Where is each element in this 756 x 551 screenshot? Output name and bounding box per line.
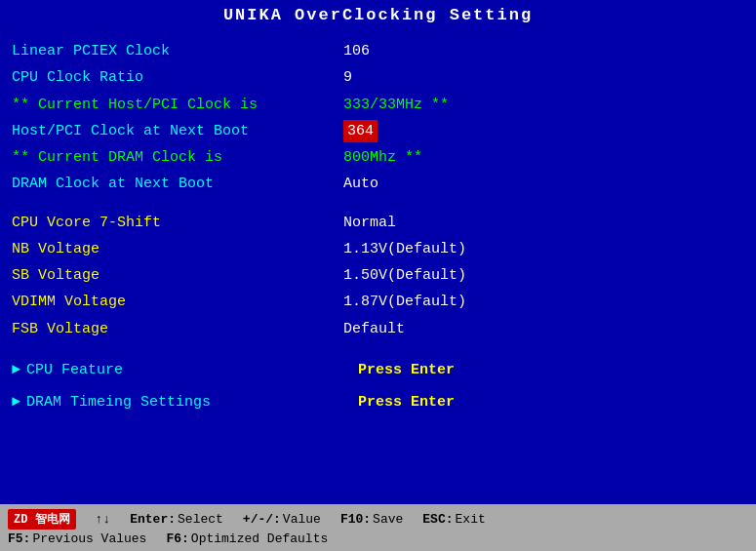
cpu-vcore-shift-label: CPU Vcore 7-Shift [12, 212, 343, 234]
footer-f5-key: F5: [8, 531, 30, 546]
spacer-1 [12, 198, 744, 210]
fsb-voltage-value: Default [343, 318, 405, 340]
host-pci-next-boot-label: Host/PCI Clock at Next Boot [12, 120, 343, 142]
logo-text: ZD 智电网 [8, 509, 76, 530]
vdimm-voltage-row[interactable]: VDIMM Voltage 1.87V(Default) [12, 289, 744, 315]
cpu-feature-link[interactable]: ► CPU Feature Press Enter [12, 354, 744, 386]
cpu-feature-label: CPU Feature [26, 357, 358, 383]
footer-f10-desc: Save [373, 512, 403, 527]
current-dram-info-label: ** Current DRAM Clock is [12, 146, 343, 169]
footer-f5-hint: F5: Previous Values [8, 531, 146, 546]
footer-row-1: ZD 智电网 ↑↓ Enter: Select +/-/: Value F10:… [8, 509, 748, 530]
footer-logo: ZD 智电网 [8, 509, 76, 530]
footer-f6-hint: F6: Optimized Defaults [166, 531, 328, 546]
dram-timeing-value: Press Enter [358, 389, 455, 415]
cpu-feature-value: Press Enter [358, 357, 455, 383]
sb-voltage-row[interactable]: SB Voltage 1.50V(Default) [12, 262, 744, 289]
host-pci-next-boot-value: 364 [343, 120, 378, 142]
footer-value-hint: +/-/: Value [243, 512, 321, 527]
spacer-2 [12, 342, 744, 354]
linear-pciex-clock-row[interactable]: Linear PCIEX Clock 106 [12, 38, 744, 64]
main-content: Linear PCIEX Clock 106 CPU Clock Ratio 9… [0, 30, 756, 504]
linear-pciex-clock-value: 106 [343, 40, 370, 62]
current-dram-info-value: 800Mhz ** [343, 146, 422, 169]
footer-enter-key: Enter: [130, 512, 176, 527]
footer-value-key: +/-/: [243, 512, 281, 527]
cpu-vcore-shift-value: Normal [343, 212, 396, 234]
nb-voltage-row[interactable]: NB Voltage 1.13V(Default) [12, 236, 744, 262]
footer-f10-hint: F10: Save [340, 512, 403, 527]
current-host-pci-info-label: ** Current Host/PCI Clock is [12, 94, 343, 116]
cpu-feature-arrow: ► [12, 357, 20, 383]
footer-nav-hint: ↑↓ [96, 512, 111, 527]
sb-voltage-label: SB Voltage [12, 264, 343, 287]
title-bar: UNIKA OverClocking Setting [0, 0, 756, 30]
dram-timeing-arrow: ► [12, 389, 20, 415]
fsb-voltage-label: FSB Voltage [12, 318, 343, 340]
title-text: UNIKA OverClocking Setting [223, 6, 533, 24]
current-host-pci-info-value: 333/33MHz ** [343, 94, 449, 116]
footer-value-desc: Value [283, 512, 321, 527]
footer: ZD 智电网 ↑↓ Enter: Select +/-/: Value F10:… [0, 504, 756, 551]
footer-esc-desc: Exit [456, 512, 486, 527]
dram-clock-next-boot-row[interactable]: DRAM Clock at Next Boot Auto [12, 171, 744, 197]
linear-pciex-clock-label: Linear PCIEX Clock [12, 40, 343, 62]
footer-f10-key: F10: [340, 512, 371, 527]
current-host-pci-info-row: ** Current Host/PCI Clock is 333/33MHz *… [12, 92, 744, 118]
dram-timeing-label: DRAM Timeing Settings [26, 389, 358, 415]
current-dram-info-row: ** Current DRAM Clock is 800Mhz ** [12, 144, 744, 171]
host-pci-next-boot-row[interactable]: Host/PCI Clock at Next Boot 364 [12, 118, 744, 144]
bios-screen: UNIKA OverClocking Setting Linear PCIEX … [0, 0, 756, 551]
footer-esc-key: ESC: [422, 512, 453, 527]
cpu-clock-ratio-row[interactable]: CPU Clock Ratio 9 [12, 64, 744, 91]
vdimm-voltage-label: VDIMM Voltage [12, 291, 343, 313]
dram-timeing-link[interactable]: ► DRAM Timeing Settings Press Enter [12, 386, 744, 418]
footer-enter-desc: Select [178, 512, 223, 527]
fsb-voltage-row[interactable]: FSB Voltage Default [12, 316, 744, 342]
cpu-clock-ratio-value: 9 [343, 66, 352, 89]
nb-voltage-label: NB Voltage [12, 238, 343, 260]
footer-f6-key: F6: [166, 531, 188, 546]
footer-enter-hint: Enter: Select [130, 512, 223, 527]
cpu-vcore-shift-row[interactable]: CPU Vcore 7-Shift Normal [12, 210, 744, 236]
sb-voltage-value: 1.50V(Default) [343, 264, 466, 287]
dram-clock-next-boot-value: Auto [343, 173, 378, 195]
footer-esc-hint: ESC: Exit [422, 512, 485, 527]
footer-arrows-label: ↑↓ [96, 512, 111, 527]
vdimm-voltage-value: 1.87V(Default) [343, 291, 466, 313]
cpu-clock-ratio-label: CPU Clock Ratio [12, 66, 343, 89]
dram-clock-next-boot-label: DRAM Clock at Next Boot [12, 173, 343, 195]
nb-voltage-value: 1.13V(Default) [343, 238, 466, 260]
footer-row-2: F5: Previous Values F6: Optimized Defaul… [8, 531, 748, 546]
footer-f6-desc: Optimized Defaults [191, 531, 328, 546]
footer-f5-desc: Previous Values [32, 531, 146, 546]
